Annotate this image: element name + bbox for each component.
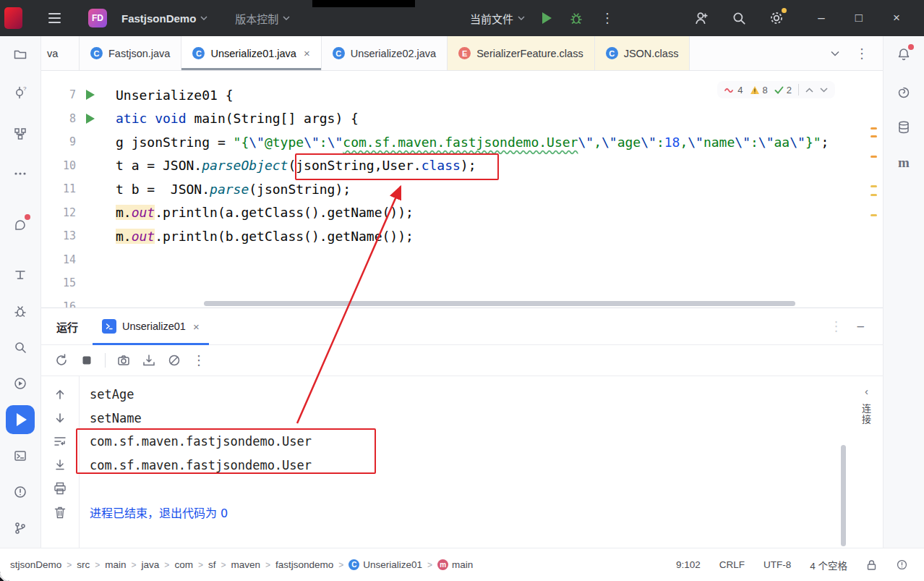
breadcrumb-item[interactable]: java	[142, 559, 160, 570]
services-tool-button[interactable]	[6, 369, 35, 398]
project-selector[interactable]: FastjsonDemo	[121, 12, 208, 25]
run-console[interactable]: setAgesetNamecom.sf.maven.fastjsondemo.U…	[41, 376, 883, 548]
code-line[interactable]	[116, 248, 883, 272]
breadcrumb-item[interactable]: sf	[208, 559, 216, 570]
code-line[interactable]: m.out.println(a.getClass().getName());	[116, 201, 883, 225]
lock-icon[interactable]	[866, 559, 877, 571]
error-stripe-mark[interactable]	[870, 194, 877, 196]
code-line[interactable]: g jsonString = "{\"@type\":\"com.sf.mave…	[116, 130, 883, 154]
structure-tool-button[interactable]	[6, 119, 35, 148]
run-options-kebab-icon[interactable]: ⋮	[601, 10, 614, 26]
hide-toolwindow-icon[interactable]: –	[857, 319, 864, 334]
status-info-icon[interactable]	[896, 559, 908, 571]
run-line-icon[interactable]	[86, 90, 95, 100]
close-icon[interactable]: ×	[304, 47, 310, 59]
error-stripe-mark[interactable]	[870, 156, 877, 158]
find-tool-button[interactable]	[6, 333, 35, 362]
run-config-selector[interactable]: 当前文件	[470, 11, 525, 26]
scroll-up-icon[interactable]	[53, 387, 67, 402]
code-line[interactable]: t a = JSON.parseObject(jsonString,User.c…	[116, 154, 883, 178]
problems-tool-button[interactable]	[6, 478, 35, 506]
breadcrumb-item[interactable]: fastjsondemo	[275, 559, 333, 570]
line-separator[interactable]: CRLF	[719, 559, 745, 570]
caret-position[interactable]: 9:102	[676, 559, 701, 570]
window-minimize-button[interactable]: –	[803, 0, 840, 36]
database-tool-button[interactable]	[889, 113, 918, 142]
horizontal-scrollbar[interactable]	[204, 301, 795, 306]
chevron-down-icon[interactable]	[831, 51, 839, 56]
clear-all-icon[interactable]	[167, 353, 181, 368]
debug-tool-button[interactable]	[6, 297, 35, 326]
soft-wrap-icon[interactable]	[53, 434, 67, 449]
trash-icon[interactable]	[53, 505, 67, 519]
indent-setting[interactable]: 4 个空格	[810, 558, 847, 572]
tab-fastjson[interactable]: C Fastjson.java	[80, 36, 181, 70]
tab-json-class[interactable]: C JSON.class	[595, 36, 690, 70]
code-editor[interactable]: 78910111213141516 Unserialize01 {atic vo…	[41, 71, 883, 308]
error-stripe-mark[interactable]	[870, 127, 877, 130]
breadcrumb-item[interactable]: maven	[231, 559, 260, 570]
scroll-down-icon[interactable]	[53, 411, 67, 425]
error-stripe-mark[interactable]	[870, 135, 877, 137]
run-toolbar-kebab-icon[interactable]: ⋮	[192, 352, 205, 368]
print-icon[interactable]	[53, 481, 67, 496]
breadcrumb-item[interactable]: com	[174, 559, 193, 570]
window-close-button[interactable]: ×	[878, 0, 915, 36]
stop-icon[interactable]	[80, 353, 94, 368]
collapse-panel-icon[interactable]: ‹	[865, 385, 868, 397]
code-line[interactable]: t b = JSON.parse(jsonString);	[116, 177, 883, 201]
endpoints-tool-button[interactable]	[6, 260, 35, 289]
tab-unserialize01-active[interactable]: C Unserialize01.java ×	[181, 36, 321, 70]
rerun-icon[interactable]	[54, 353, 69, 368]
search-everywhere-icon[interactable]	[731, 10, 747, 26]
inspections-widget[interactable]: 4 8 2	[717, 81, 835, 98]
close-icon[interactable]: ×	[193, 321, 200, 333]
code-line[interactable]	[116, 271, 883, 295]
scroll-to-end-icon[interactable]	[53, 458, 67, 472]
tab-options-kebab-icon[interactable]: ⋮	[855, 46, 868, 62]
ai-assistant-tool-button[interactable]	[889, 78, 918, 107]
side-panel-label[interactable]: 连接	[859, 404, 873, 425]
import-icon[interactable]	[142, 353, 156, 368]
notifications-tool-button[interactable]	[889, 40, 918, 69]
main-menu-icon[interactable]	[48, 13, 61, 23]
maven-tool-button[interactable]: m	[889, 148, 918, 177]
run-tool-button-active[interactable]	[6, 405, 35, 434]
window-maximize-button[interactable]: □	[840, 0, 878, 36]
breadcrumb-separator: >	[427, 560, 432, 570]
commit-tool-button[interactable]: ?	[6, 78, 35, 107]
breadcrumb-item[interactable]: main	[105, 559, 126, 570]
run-line-icon[interactable]	[86, 114, 95, 124]
run-header-kebab-icon[interactable]: ⋮	[830, 318, 843, 334]
more-tool-windows-button[interactable]	[6, 159, 35, 188]
error-stripe-mark[interactable]	[870, 214, 877, 216]
run-tab-unserialize01[interactable]: Unserialize01 ×	[93, 308, 209, 344]
git-tool-button[interactable]	[6, 514, 35, 543]
project-tool-button[interactable]	[6, 40, 35, 69]
breadcrumb-item[interactable]: CUnserialize01	[348, 559, 422, 570]
breadcrumb-item[interactable]: stjsonDemo	[10, 559, 61, 570]
console-output[interactable]: setAgesetNamecom.sf.maven.fastjsondemo.U…	[80, 376, 839, 548]
tab-partial[interactable]: va	[41, 36, 80, 70]
code-line[interactable]: m.out.println(b.getClass().getName());	[116, 224, 883, 248]
line-number: 11	[63, 182, 76, 195]
code-with-me-icon[interactable]	[693, 10, 709, 26]
plugin-tool-button[interactable]	[6, 210, 35, 239]
vcs-selector[interactable]: 版本控制	[235, 11, 290, 26]
code-line[interactable]: atic void main(String[] args) {	[116, 107, 883, 131]
settings-button[interactable]	[769, 10, 784, 26]
run-button[interactable]	[542, 12, 552, 24]
breadcrumb-item[interactable]: src	[77, 559, 90, 570]
file-encoding[interactable]: UTF-8	[763, 559, 791, 570]
screenshot-icon[interactable]	[116, 353, 131, 368]
tab-unserialize02[interactable]: C Unserialize02.java	[322, 36, 448, 70]
next-problem-icon[interactable]	[820, 88, 828, 93]
tab-serializerfeature[interactable]: E SerializerFeature.class	[448, 36, 594, 70]
error-stripe-mark[interactable]	[870, 185, 877, 187]
prev-problem-icon[interactable]	[805, 88, 813, 93]
breadcrumb-item[interactable]: mmain	[437, 559, 473, 570]
debug-button[interactable]	[569, 11, 583, 25]
code-lines[interactable]: Unserialize01 {atic void main(String[] a…	[116, 83, 883, 308]
terminal-tool-button[interactable]	[6, 441, 35, 470]
console-scrollbar[interactable]	[841, 445, 846, 546]
